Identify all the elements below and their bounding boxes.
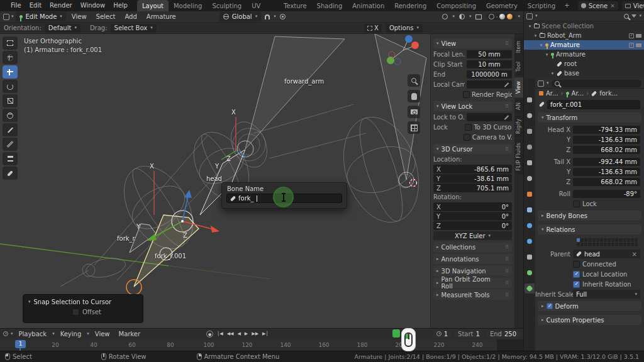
frame-start-field[interactable]: Start1 [454, 330, 484, 338]
sidebar-tab-flip-fluids[interactable]: FLIP Fluids [514, 139, 523, 175]
camera-visibility-icon[interactable] [636, 34, 641, 38]
local-camera-field[interactable] [467, 80, 512, 89]
menu-armature[interactable]: Armature [143, 11, 180, 23]
tab-scene[interactable] [525, 158, 535, 168]
tool-bone-envelope[interactable] [3, 167, 18, 180]
play-button[interactable]: ▶ [245, 331, 248, 336]
shading-caret-icon[interactable]: ▾ [518, 14, 520, 19]
panel-header-custom-properties[interactable]: ▸ Custom Properties [538, 315, 641, 325]
inherit-scale-dropdown[interactable]: Full ▾ [573, 290, 640, 299]
orientation-dropdown[interactable]: Default ▾ [45, 24, 80, 33]
head-y-field[interactable]: -136.63 mm [573, 136, 640, 144]
tab-output[interactable] [525, 126, 535, 136]
tab-tool[interactable] [525, 95, 535, 105]
play-reverse-button[interactable]: ◀ [237, 331, 240, 336]
toggle-ortho-button[interactable] [408, 121, 420, 134]
drag-dots-icon[interactable]: ⠿ [505, 268, 509, 274]
clip-start-field[interactable]: 10 mm [467, 60, 512, 69]
head-x-field[interactable]: -794.33 mm [573, 126, 640, 134]
offset-checkbox[interactable] [72, 309, 79, 315]
proportional-edit-toggle[interactable] [278, 12, 287, 21]
breadcrumb-object[interactable]: Ar... [546, 90, 558, 97]
roll-field[interactable]: -89° [573, 190, 640, 198]
current-frame-field[interactable]: 1 [433, 330, 452, 338]
workspace-tab-texture-paint[interactable]: Texture Paint [279, 0, 312, 11]
parent-field[interactable]: head × [573, 250, 640, 258]
tool-cursor[interactable] [3, 51, 18, 64]
menu-file[interactable]: File [7, 0, 25, 11]
lock-object-field[interactable] [467, 113, 512, 121]
sidebar-tab-rigify[interactable]: Rigify [514, 115, 523, 138]
filter-icon[interactable] [631, 14, 636, 18]
menu-keying[interactable]: Keying [57, 331, 85, 337]
focal-length-field[interactable]: 50 mm [467, 50, 512, 58]
tool-extrude[interactable] [3, 152, 18, 165]
chevron-down-icon[interactable]: ▾ [547, 81, 549, 85]
panel-header-view[interactable]: ▾ View ⠿ [433, 38, 512, 48]
panel-header-3d-cursor[interactable]: ▾ 3D Cursor ⠿ [433, 144, 512, 154]
toggle-xray-button[interactable] [474, 12, 484, 21]
menu-view[interactable]: View [92, 331, 113, 337]
workspace-tab-scripting[interactable]: Scripting [523, 0, 560, 11]
chevron-down-icon[interactable]: ▾ [535, 14, 538, 18]
drag-dots-icon[interactable]: ⠿ [505, 280, 509, 286]
outliner-row-robot-arm[interactable]: ▾ Robot_Arm [524, 31, 644, 40]
gizmo-caret-icon[interactable]: ▾ [452, 14, 455, 19]
cursor-location-z[interactable]: Z705.1 mm [433, 184, 512, 192]
viewport-canvas[interactable]: X X Y Y Z Z User Orthographic (1) Armatu… [0, 34, 523, 328]
tool-measure[interactable] [3, 138, 18, 151]
timeline-editor-icon[interactable] [3, 331, 8, 336]
tab-bone[interactable] [525, 283, 535, 293]
search-icon[interactable] [624, 14, 629, 19]
clip-end-field[interactable]: 1000000 m [467, 70, 512, 79]
snap-options-caret-icon[interactable]: ▾ [274, 14, 276, 19]
workspace-tab-uv-editing[interactable]: UV Editing [247, 0, 279, 11]
rotation-mode-dropdown[interactable]: XYZ Euler ▾ [433, 231, 512, 240]
tail-z-field[interactable]: 668.02 mm [573, 178, 640, 186]
add-workspace-button[interactable]: + [560, 0, 573, 11]
bone-layers-grid[interactable] [577, 238, 638, 246]
sidebar-tab-item[interactable]: Item [514, 37, 523, 57]
tab-view-layer[interactable] [525, 142, 535, 152]
workspace-tab-shading[interactable]: Shading [312, 0, 348, 11]
tool-move[interactable] [3, 65, 18, 79]
auto-keying-button[interactable]: ● [206, 331, 213, 337]
panel-collapsed-annotations[interactable]: ▸Annotations⠿ [433, 254, 512, 264]
local-location-checkbox[interactable] [573, 271, 580, 278]
tab-object[interactable] [525, 189, 535, 199]
drag-dots-icon[interactable]: ⠿ [505, 292, 509, 298]
operator-panel-snap[interactable]: ▾ Snap Selection to Cursor Offset [23, 294, 143, 323]
panel-header-deform[interactable]: ▸ Deform [538, 301, 641, 311]
menu-marker[interactable]: Marker [116, 331, 144, 337]
eyedropper-icon[interactable] [504, 115, 509, 120]
prev-keyframe-button[interactable]: ◀◀ [227, 331, 234, 336]
connected-checkbox[interactable] [573, 261, 580, 268]
shading-rendered-button[interactable] [507, 14, 513, 19]
drag-dropdown[interactable]: Select Box ▾ [111, 24, 157, 33]
head-z-field[interactable]: 668.02 mm [573, 146, 640, 154]
panel-header-view-lock[interactable]: ▾ View Lock ⠿ [433, 101, 512, 111]
editor-type-icon[interactable] [3, 14, 9, 20]
tail-x-field[interactable]: -992.44 mm [573, 158, 640, 166]
chevron-down-icon[interactable]: ▾ [11, 332, 13, 336]
workspace-tab-animation[interactable]: Animation [347, 0, 389, 11]
shading-wireframe-button[interactable] [489, 14, 494, 19]
workspace-tab-geometry-nodes[interactable]: Geometry Nodes [481, 0, 523, 11]
scene-unlink-icon[interactable]: × [610, 3, 615, 9]
mirror-x-toggle[interactable]: X [364, 24, 382, 33]
tab-world[interactable] [525, 173, 535, 184]
tab-object-data[interactable] [525, 268, 535, 278]
timeline-scrubber[interactable]: 20 40 60 80 100 120 140 160 180 200 220 … [0, 339, 523, 351]
workspace-tab-layout[interactable]: Layout [137, 0, 169, 11]
viewport-visibility-icon[interactable] [629, 43, 634, 48]
menu-render[interactable]: Render [46, 0, 76, 11]
outliner-row-armature-object[interactable]: ▾ Armature [524, 40, 644, 50]
menu-playback[interactable]: Playback [16, 331, 50, 337]
panel-collapsed-pan-orbit-zoom-roll[interactable]: ▸Pan Orbit Zoom Roll⠿ [433, 278, 512, 288]
sidebar-tab-view[interactable]: View [514, 77, 523, 97]
cursor-location-x[interactable]: X-865.6 mm [433, 165, 512, 173]
workspace-tab-compositing[interactable]: Compositing [431, 0, 481, 11]
menu-add[interactable]: Add [121, 11, 140, 23]
exclude-checkbox[interactable] [629, 33, 634, 38]
tool-rotate[interactable] [3, 80, 18, 93]
